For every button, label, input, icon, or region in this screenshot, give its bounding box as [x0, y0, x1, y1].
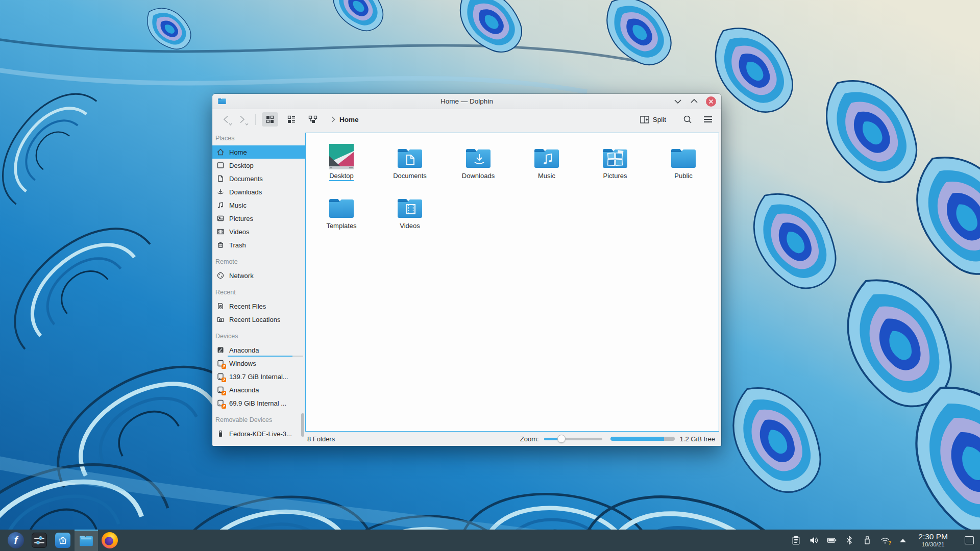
public-folder-icon: [669, 140, 698, 169]
folder-item-music[interactable]: Music: [512, 140, 581, 190]
sidebar-item-label: 69.9 GiB Internal ...: [229, 399, 286, 407]
folder-item-public[interactable]: Public: [649, 140, 718, 190]
sidebar-item-device-internal2[interactable]: 69.9 GiB Internal ...: [212, 396, 305, 410]
remote-header: Remote: [215, 258, 301, 266]
downloads-folder-icon: [464, 140, 493, 169]
maximize-button[interactable]: [690, 97, 699, 106]
sidebar-item-documents[interactable]: Documents: [212, 172, 305, 185]
folder-item-desktop[interactable]: Desktop: [307, 140, 376, 190]
sidebar-item-pictures[interactable]: Pictures: [212, 212, 305, 225]
recent-folder-icon: [216, 315, 225, 324]
wifi-question-badge: ?: [888, 540, 891, 546]
clipboard-tray-icon[interactable]: [789, 534, 802, 547]
hard-drive-icon: [216, 386, 225, 394]
split-label: Split: [653, 116, 666, 123]
compact-view-button[interactable]: [283, 112, 300, 127]
hard-drive-icon: [216, 346, 225, 355]
sidebar-item-device-internal1[interactable]: 139.7 GiB Internal...: [212, 370, 305, 383]
launcher-discover[interactable]: [51, 530, 75, 551]
bluetooth-tray-icon[interactable]: [843, 534, 856, 547]
folder-item-downloads[interactable]: Downloads: [444, 140, 512, 190]
hard-drive-icon: [216, 359, 225, 368]
show-desktop-button[interactable]: [965, 536, 974, 544]
back-button[interactable]: [218, 112, 233, 127]
discover-bag-icon: [55, 533, 70, 548]
free-space-bar: [610, 437, 675, 441]
sidebar-item-videos[interactable]: Videos: [212, 225, 305, 238]
clock-widget[interactable]: 2:30 PM 10/30/21: [918, 532, 948, 548]
sidebar-item-label: Music: [229, 202, 247, 209]
sidebar-item-music[interactable]: Music: [212, 198, 305, 212]
battery-tray-icon[interactable]: [825, 534, 838, 547]
close-button[interactable]: [706, 96, 716, 107]
sidebar-item-device-anaconda[interactable]: Anaconda: [212, 343, 305, 357]
folder-label: Music: [538, 172, 555, 180]
sidebar-scrollbar[interactable]: [301, 413, 304, 437]
icons-view-button[interactable]: [262, 112, 278, 127]
toolbar-separator: [255, 114, 256, 125]
minimize-button[interactable]: [673, 97, 682, 106]
folder-item-templates[interactable]: Templates: [307, 190, 376, 240]
folder-view[interactable]: Desktop Documents: [305, 133, 719, 432]
sidebar-item-label: Desktop: [229, 162, 254, 169]
folder-item-documents[interactable]: Documents: [376, 140, 444, 190]
breadcrumb-home[interactable]: Home: [339, 116, 359, 123]
templates-folder-icon: [327, 190, 356, 219]
folder-item-videos[interactable]: Videos: [376, 190, 444, 240]
removable-device-tray-icon[interactable]: [861, 534, 874, 547]
forward-button[interactable]: [235, 112, 249, 127]
app-launcher-fedora[interactable]: f: [4, 530, 28, 551]
sidebar-item-label: Home: [229, 148, 247, 156]
titlebar[interactable]: Home — Dolphin: [212, 94, 721, 109]
sidebar-item-removable-fedora[interactable]: Fedora-KDE-Live-3...: [212, 427, 305, 440]
sidebar-item-label: Network: [229, 272, 254, 280]
split-button[interactable]: Split: [640, 116, 666, 123]
sidebar-item-label: 139.7 GiB Internal...: [229, 373, 288, 381]
hamburger-menu-icon[interactable]: [701, 112, 715, 127]
videos-folder-icon: [396, 190, 424, 219]
sidebar-item-recent-files[interactable]: Recent Files: [212, 299, 305, 313]
items-count: 8 Folders: [307, 435, 335, 443]
pictures-folder-icon: [601, 140, 629, 169]
folder-label: Desktop: [329, 172, 354, 181]
sidebar-item-network[interactable]: Network: [212, 269, 305, 282]
volume-tray-icon[interactable]: [807, 534, 820, 547]
hard-drive-icon: [216, 399, 225, 408]
folder-item-pictures[interactable]: Pictures: [581, 140, 649, 190]
unmounted-badge: [222, 378, 226, 382]
launcher-firefox[interactable]: [98, 530, 121, 551]
sidebar-item-label: Anaconda: [229, 386, 259, 394]
expand-tray-icon[interactable]: [896, 534, 910, 547]
sidebar-item-recent-locations[interactable]: Recent Locations: [212, 313, 305, 326]
sidebar-item-label: Windows: [229, 360, 256, 367]
sidebar-item-home[interactable]: Home: [212, 145, 305, 159]
network-icon: [216, 271, 225, 280]
download-icon: [216, 188, 225, 196]
statusbar: 8 Folders Zoom: 1.2 GiB free: [305, 432, 719, 446]
places-header: Places: [215, 135, 301, 143]
sidebar-item-label: Recent Locations: [229, 316, 280, 323]
zoom-slider-handle[interactable]: [557, 435, 566, 443]
document-icon: [216, 174, 225, 183]
launcher-system-settings[interactable]: [28, 530, 51, 551]
firefox-icon: [102, 532, 118, 548]
window-title: Home — Dolphin: [212, 97, 721, 105]
sidebar-item-device-anaconda2[interactable]: Anaconda: [212, 383, 305, 396]
dolphin-folder-icon: [79, 534, 94, 547]
sidebar-item-label: Pictures: [229, 215, 253, 222]
wifi-tray-icon[interactable]: ?: [878, 534, 892, 547]
zoom-slider[interactable]: [544, 435, 602, 443]
recent-header: Recent: [215, 289, 301, 297]
task-dolphin[interactable]: [75, 530, 98, 551]
search-icon[interactable]: [680, 112, 695, 127]
folder-label: Documents: [393, 172, 427, 180]
sidebar-item-downloads[interactable]: Downloads: [212, 185, 305, 198]
details-view-button[interactable]: [305, 112, 321, 127]
clock-time: 2:30 PM: [918, 532, 948, 541]
sidebar-item-desktop[interactable]: Desktop: [212, 159, 305, 172]
sidebar-item-trash[interactable]: Trash: [212, 238, 305, 252]
taskbar-panel: f: [0, 530, 980, 551]
trash-icon: [216, 241, 225, 249]
free-space-label: 1.2 GiB free: [680, 435, 715, 443]
sidebar-item-device-windows[interactable]: Windows: [212, 357, 305, 370]
